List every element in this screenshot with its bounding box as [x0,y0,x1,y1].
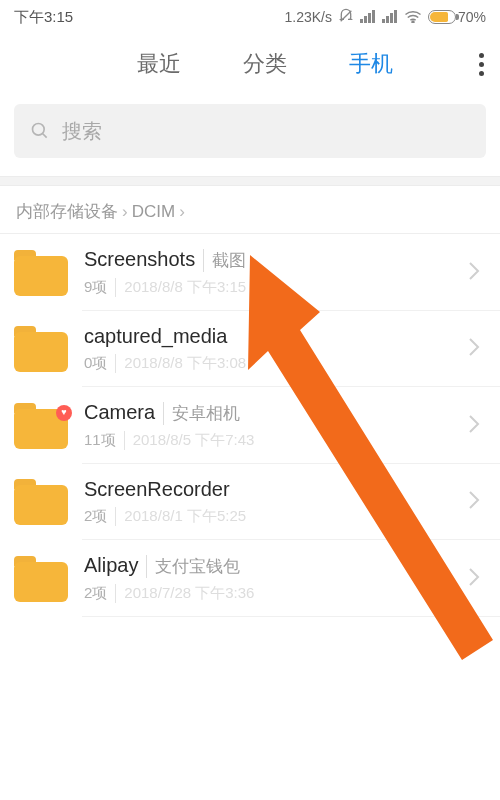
svg-rect-5 [382,19,385,23]
chevron-right-icon [468,337,486,361]
svg-line-11 [43,134,47,138]
svg-point-10 [33,124,45,136]
status-time: 下午3:15 [14,8,73,27]
folder-row-camera[interactable]: Camera 安卓相机 11项 2018/8/5 下午7:43 [0,387,500,464]
folder-date: 2018/8/8 下午3:08 [115,354,246,373]
folder-date: 2018/8/1 下午5:25 [115,507,246,526]
battery-icon [428,10,456,24]
network-speed: 1.23K/s [284,9,331,25]
svg-rect-7 [390,13,393,23]
breadcrumb[interactable]: 内部存储设备 › DCIM › [0,186,500,233]
svg-rect-4 [372,10,375,23]
signal-icon-2 [382,9,398,26]
folder-count: 2项 [84,584,107,603]
tab-recent[interactable]: 最近 [135,43,183,85]
folder-icon [14,326,68,372]
signal-icon-1 [360,9,376,26]
folder-alias: 截图 [203,249,246,272]
svg-rect-8 [394,10,397,23]
favorite-badge-icon [56,405,72,421]
search-icon [30,121,50,141]
top-tabs: 最近 分类 手机 [0,34,500,94]
folder-count: 0项 [84,354,107,373]
folder-row-alipay[interactable]: Alipay 支付宝钱包 2项 2018/7/28 下午3:36 [0,540,500,617]
breadcrumb-segment[interactable]: DCIM [132,202,175,222]
search-container: 搜索 [0,94,500,176]
folder-count: 11项 [84,431,116,450]
folder-list: Screenshots 截图 9项 2018/8/8 下午3:15 captur… [0,234,500,617]
svg-rect-1 [360,19,363,23]
folder-row-captured-media[interactable]: captured_media 0项 2018/8/8 下午3:08 [0,311,500,387]
folder-alias: 安卓相机 [163,402,240,425]
folder-date: 2018/7/28 下午3:36 [115,584,254,603]
more-icon [479,53,484,58]
folder-alias: 支付宝钱包 [146,555,240,578]
battery-indicator: 70% [428,9,486,25]
chevron-right-icon [468,261,486,285]
folder-date: 2018/8/5 下午7:43 [124,431,255,450]
folder-row-screenshots[interactable]: Screenshots 截图 9项 2018/8/8 下午3:15 [0,234,500,311]
folder-date: 2018/8/8 下午3:15 [115,278,246,297]
folder-icon [14,250,68,296]
search-input[interactable]: 搜索 [14,104,486,158]
status-right: 1.23K/s 70% [284,8,486,27]
battery-percent: 70% [458,9,486,25]
tab-phone[interactable]: 手机 [347,43,395,85]
folder-count: 2项 [84,507,107,526]
search-placeholder: 搜索 [62,118,102,145]
section-divider [0,176,500,186]
chevron-right-icon [468,490,486,514]
svg-rect-3 [368,13,371,23]
chevron-right-icon: › [179,202,185,222]
dnd-icon [338,8,354,27]
svg-rect-2 [364,16,367,23]
folder-name: ScreenRecorder [84,478,230,501]
folder-icon [14,403,68,449]
folder-icon [14,479,68,525]
tab-category[interactable]: 分类 [241,43,289,85]
folder-row-screenrecorder[interactable]: ScreenRecorder 2项 2018/8/1 下午5:25 [0,464,500,540]
folder-count: 9项 [84,278,107,297]
folder-name: captured_media [84,325,227,348]
chevron-right-icon [468,567,486,591]
folder-name: Camera [84,401,155,424]
status-bar: 下午3:15 1.23K/s 70% [0,0,500,34]
breadcrumb-root[interactable]: 内部存储设备 [16,200,118,223]
more-menu-button[interactable] [479,53,490,76]
wifi-icon [404,9,422,26]
folder-name: Alipay [84,554,138,577]
svg-rect-6 [386,16,389,23]
folder-icon [14,556,68,602]
svg-point-9 [412,21,414,23]
chevron-right-icon [468,414,486,438]
chevron-right-icon: › [122,202,128,222]
folder-name: Screenshots [84,248,195,271]
